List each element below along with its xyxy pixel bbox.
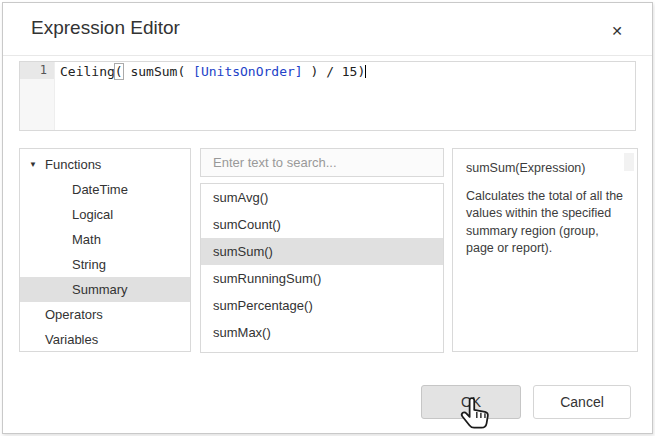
tree-item-label: Math xyxy=(72,232,101,247)
dialog-header: Expression Editor ✕ xyxy=(3,3,652,56)
tree-item-summary[interactable]: Summary xyxy=(20,277,190,302)
code-tail: ) / 15) xyxy=(303,64,366,79)
tree-item-datetime[interactable]: DateTime xyxy=(20,177,190,202)
list-item-sumavg[interactable]: sumAvg() xyxy=(201,184,443,211)
scrollbar-thumb[interactable] xyxy=(624,153,634,171)
category-tree-panel: ▼ Functions DateTime Logical Math String… xyxy=(19,148,191,352)
line-number: 1 xyxy=(20,62,54,79)
tree-item-math[interactable]: Math xyxy=(20,227,190,252)
line-number-gutter: 1 xyxy=(20,62,55,130)
expression-code-editor[interactable]: 1 Ceiling( sumSum( [UnitsOnOrder] ) / 15… xyxy=(19,61,636,131)
expander-down-icon[interactable]: ▼ xyxy=(29,152,37,177)
tree-item-variables[interactable]: Variables xyxy=(20,327,190,352)
dialog-title: Expression Editor xyxy=(31,17,180,39)
code-line: Ceiling( sumSum( [UnitsOnOrder] ) / 15) xyxy=(60,63,366,80)
ok-button[interactable]: OK xyxy=(421,385,521,419)
function-list: sumAvg() sumCount() sumSum() sumRunningS… xyxy=(200,183,444,353)
tree-item-operators[interactable]: Operators xyxy=(20,302,190,327)
list-item-summax[interactable]: sumMax() xyxy=(201,319,443,346)
function-description-panel: sumSum(Expression) Calculates the total … xyxy=(452,148,638,352)
cancel-button[interactable]: Cancel xyxy=(533,385,631,419)
tree-item-label: Summary xyxy=(72,282,128,297)
tree-item-label: Operators xyxy=(45,307,103,322)
tree-item-label: Functions xyxy=(45,157,101,172)
expression-editor-dialog: Expression Editor ✕ 1 Ceiling( sumSum( [… xyxy=(2,2,653,434)
text-caret xyxy=(365,65,366,78)
tree-item-label: DateTime xyxy=(72,182,128,197)
function-description: Calculates the total of all the values w… xyxy=(466,188,624,257)
tree-item-label: String xyxy=(72,257,106,272)
list-item-sumrunningsum[interactable]: sumRunningSum() xyxy=(201,265,443,292)
code-field-reference: [UnitsOnOrder] xyxy=(193,64,303,79)
tree-item-label: Variables xyxy=(45,332,98,347)
list-item-sumsum[interactable]: sumSum() xyxy=(201,238,443,265)
tree-item-logical[interactable]: Logical xyxy=(20,202,190,227)
tree-item-functions[interactable]: ▼ Functions xyxy=(20,152,190,177)
close-icon[interactable]: ✕ xyxy=(606,20,628,42)
list-item-summin[interactable]: sumMin() xyxy=(201,346,443,353)
tree-item-label: Logical xyxy=(72,207,113,222)
search-input[interactable] xyxy=(200,148,444,177)
screenshot-stage: Expression Editor ✕ 1 Ceiling( sumSum( [… xyxy=(0,0,655,436)
function-signature: sumSum(Expression) xyxy=(466,161,624,175)
code-func: Ceiling xyxy=(60,64,115,79)
list-item-sumpercentage[interactable]: sumPercentage() xyxy=(201,292,443,319)
tree-item-string[interactable]: String xyxy=(20,252,190,277)
list-item-sumcount[interactable]: sumCount() xyxy=(201,211,443,238)
code-middle: sumSum( xyxy=(123,64,193,79)
